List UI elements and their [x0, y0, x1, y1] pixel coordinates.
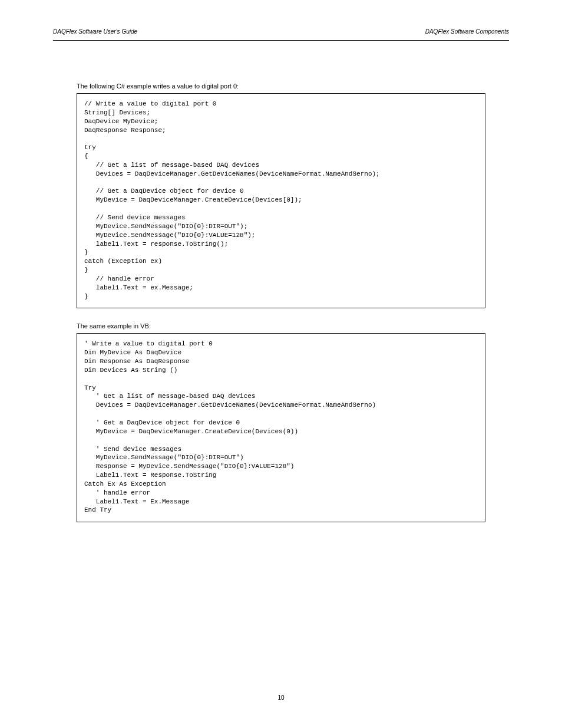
page-number: 10 [0, 694, 562, 701]
header-right: DAQFlex Software Components [425, 28, 509, 35]
intro-csharp: The following C# example writes a value … [77, 83, 485, 90]
header-left: DAQFlex Software User's Guide [53, 28, 137, 35]
content-area: The following C# example writes a value … [77, 83, 485, 536]
page: DAQFlex Software User's Guide DAQFlex So… [0, 0, 562, 728]
intro-vb: The same example in VB: [77, 322, 485, 330]
code-box-vb: ' Write a value to digital port 0 Dim My… [77, 333, 485, 522]
code-vb: ' Write a value to digital port 0 Dim My… [84, 340, 478, 515]
header-rule [53, 40, 509, 41]
code-csharp: // Write a value to digital port 0 Strin… [84, 100, 478, 301]
code-box-csharp: // Write a value to digital port 0 Strin… [77, 93, 485, 308]
